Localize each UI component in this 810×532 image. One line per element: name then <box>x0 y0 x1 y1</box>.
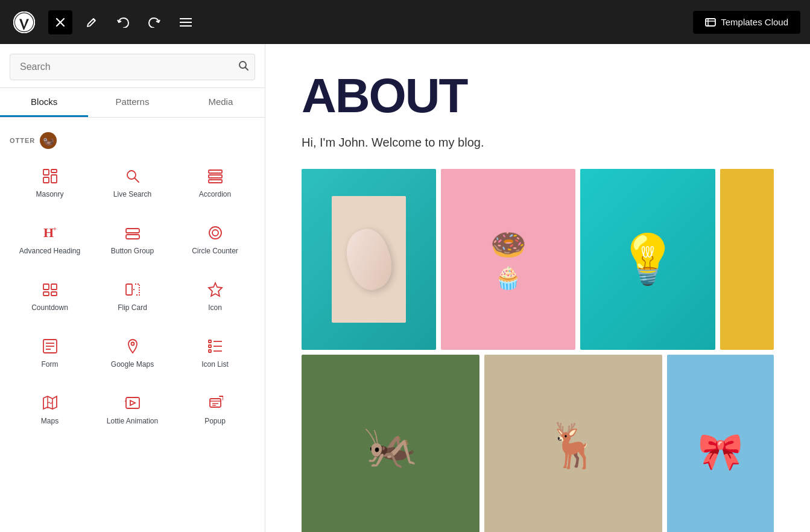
block-item-advanced-heading[interactable]: H+ Advanced Heading <box>10 213 90 267</box>
image-1 <box>302 169 436 350</box>
tab-patterns[interactable]: Patterns <box>88 88 176 117</box>
pencil-icon <box>86 17 97 28</box>
accordion-icon <box>206 167 224 185</box>
undo-button[interactable] <box>111 10 135 34</box>
templates-cloud-label: Templates Cloud <box>721 17 788 27</box>
block-item-form[interactable]: Form <box>10 326 90 381</box>
countdown-icon <box>41 280 59 299</box>
svg-rect-19 <box>209 180 222 183</box>
block-item-maps[interactable]: Maps <box>10 383 90 437</box>
svg-rect-26 <box>43 284 49 290</box>
otter-avatar: 🦦 <box>40 132 57 149</box>
svg-point-24 <box>209 227 221 239</box>
block-item-icon-list[interactable]: Icon List <box>175 326 255 381</box>
svg-rect-22 <box>126 229 139 233</box>
block-item-lottie-animation[interactable]: Lottie Animation <box>92 383 172 437</box>
block-label-countdown: Countdown <box>31 303 68 313</box>
advanced-heading-icon: H+ <box>41 224 59 242</box>
block-label-icon: Icon <box>208 303 222 313</box>
templates-cloud-button[interactable]: Templates Cloud <box>693 11 800 34</box>
svg-rect-17 <box>209 170 222 173</box>
block-label-lottie-animation: Lottie Animation <box>107 417 158 426</box>
live-search-icon <box>124 167 142 185</box>
block-label-maps: Maps <box>41 417 59 426</box>
block-item-masonry[interactable]: Masonry <box>10 156 90 211</box>
block-label-masonry: Masonry <box>36 190 63 200</box>
tab-media[interactable]: Media <box>177 88 265 117</box>
block-label-form: Form <box>42 360 59 370</box>
svg-rect-38 <box>209 340 211 343</box>
block-label-popup: Popup <box>204 417 226 426</box>
block-item-icon[interactable]: Icon <box>175 270 255 324</box>
undo-icon <box>117 17 129 28</box>
svg-rect-23 <box>126 235 139 239</box>
block-label-live-search: Live Search <box>113 190 151 200</box>
tab-blocks[interactable]: Blocks <box>0 88 88 117</box>
masonry-icon <box>41 167 59 185</box>
icon-icon <box>206 280 224 299</box>
svg-rect-46 <box>126 397 139 408</box>
image-2: 🍩 🧁 <box>441 169 575 350</box>
block-item-flip-card[interactable]: Flip Card <box>92 270 172 324</box>
block-item-countdown[interactable]: Countdown <box>10 270 90 324</box>
wp-logo-icon <box>13 11 35 33</box>
block-item-accordion[interactable]: Accordion <box>175 156 255 211</box>
google-maps-icon <box>124 337 142 355</box>
svg-rect-40 <box>209 345 211 347</box>
svg-rect-42 <box>209 350 211 352</box>
popup-icon <box>206 394 224 412</box>
svg-rect-6 <box>706 19 715 26</box>
maps-icon <box>41 394 59 412</box>
edit-button[interactable] <box>80 10 104 34</box>
main-area: Blocks Patterns Media OTTER 🦦 Masonry <box>0 44 810 532</box>
block-label-icon-list: Icon List <box>201 360 229 370</box>
block-item-popup[interactable]: Popup <box>175 383 255 437</box>
svg-point-25 <box>212 230 218 236</box>
image-5: 🦗 <box>302 355 479 532</box>
button-group-icon <box>124 224 142 242</box>
svg-rect-13 <box>43 177 49 183</box>
toolbar: Templates Cloud <box>0 0 810 44</box>
hamburger-button[interactable] <box>174 10 198 34</box>
block-item-live-search[interactable]: Live Search <box>92 156 172 211</box>
svg-rect-18 <box>209 175 222 178</box>
hamburger-icon <box>180 17 192 27</box>
block-label-circle-counter: Circle Counter <box>192 247 238 256</box>
svg-rect-27 <box>51 284 57 290</box>
block-label-google-maps: Google Maps <box>111 360 154 370</box>
svg-rect-48 <box>210 399 221 407</box>
svg-line-10 <box>245 67 248 70</box>
form-icon <box>41 337 59 355</box>
close-button[interactable] <box>48 10 72 34</box>
about-title: ABOUT <box>302 68 774 124</box>
redo-button[interactable] <box>142 10 166 34</box>
svg-rect-12 <box>51 169 57 173</box>
svg-text:H: H <box>43 225 54 240</box>
block-label-accordion: Accordion <box>199 190 231 200</box>
section-text: OTTER <box>10 137 35 144</box>
svg-rect-29 <box>51 292 57 296</box>
search-button[interactable] <box>238 60 249 74</box>
search-wrapper <box>10 54 255 80</box>
block-item-google-maps[interactable]: Google Maps <box>92 326 172 381</box>
svg-line-16 <box>134 178 139 182</box>
about-text: Hi, I'm John. Welcome to my blog. <box>302 136 774 150</box>
svg-rect-14 <box>51 175 57 183</box>
search-input[interactable] <box>10 54 255 80</box>
search-icon <box>238 60 249 71</box>
wp-logo <box>10 8 39 37</box>
redo-icon <box>148 17 160 28</box>
flip-card-icon <box>124 280 142 299</box>
block-item-circle-counter[interactable]: Circle Counter <box>175 213 255 267</box>
image-grid-bottom: 🦗 🦌 🎀 <box>302 355 774 532</box>
icon-list-icon <box>206 337 224 355</box>
block-label-button-group: Button Group <box>111 247 154 256</box>
block-item-button-group[interactable]: Button Group <box>92 213 172 267</box>
image-4 <box>720 169 774 350</box>
close-icon <box>55 17 65 27</box>
lottie-animation-icon <box>124 394 142 412</box>
svg-marker-32 <box>209 283 222 296</box>
image-7: 🎀 <box>667 355 774 532</box>
search-bar <box>0 44 265 88</box>
svg-rect-11 <box>43 169 49 175</box>
